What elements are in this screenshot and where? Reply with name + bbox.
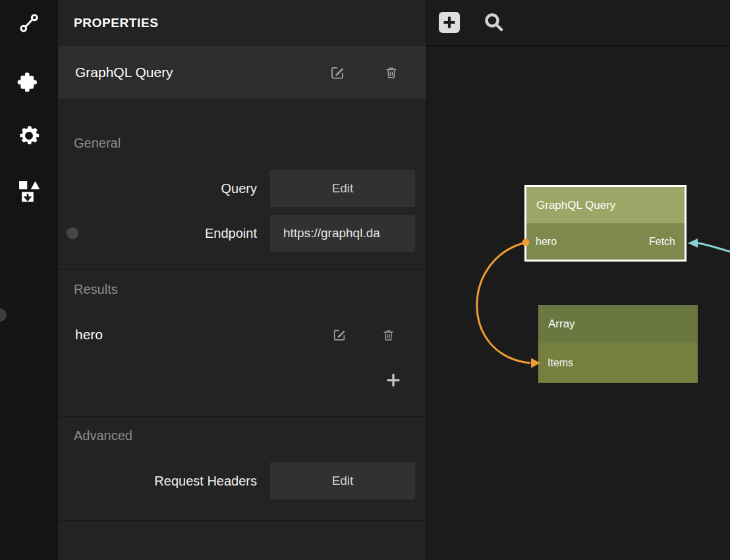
rename-node-edit-icon[interactable]	[329, 64, 346, 81]
section-divider	[58, 416, 427, 417]
result-edit-icon[interactable]	[331, 326, 348, 343]
result-item-name: hero	[75, 327, 331, 343]
node-graph-icon[interactable]	[0, 5, 58, 42]
port-fetch[interactable]: Fetch	[649, 236, 675, 248]
node-title: GraphQL Query	[526, 187, 685, 223]
node-title: Array	[538, 305, 698, 343]
properties-panel-title: PROPERTIES	[58, 0, 426, 46]
query-label: Query	[58, 170, 257, 207]
connection-wires	[427, 0, 730, 560]
section-divider	[58, 269, 427, 270]
add-node-icon[interactable]	[437, 11, 461, 34]
endpoint-field-row: Endpoint https://graphql.da	[58, 215, 427, 252]
canvas-node-graphql-query[interactable]: GraphQL Query hero Fetch	[524, 185, 687, 262]
port-hero[interactable]: hero	[536, 236, 557, 248]
result-item-row: hero	[58, 316, 427, 353]
panel-edge-handle[interactable]	[0, 308, 7, 322]
endpoint-label: Endpoint	[58, 215, 257, 252]
icon-sidebar	[0, 0, 58, 560]
result-trash-icon[interactable]	[379, 326, 397, 343]
port-items[interactable]: Items	[548, 357, 573, 369]
query-field-row: Query Edit	[58, 170, 427, 207]
search-icon[interactable]	[482, 11, 506, 34]
canvas-toolbar-divider	[427, 45, 730, 47]
endpoint-input[interactable]: https://graphql.da	[270, 215, 415, 252]
request-headers-row: Request Headers Edit	[58, 462, 427, 499]
node-canvas[interactable]: GraphQL Query hero Fetch Array Items	[427, 0, 730, 560]
request-headers-label: Request Headers	[58, 462, 257, 499]
gear-icon[interactable]	[0, 117, 58, 154]
components-icon[interactable]	[0, 173, 58, 210]
add-result-plus-icon[interactable]	[383, 370, 403, 390]
selected-node-title: GraphQL Query	[75, 65, 329, 80]
puzzle-icon[interactable]	[0, 63, 58, 100]
query-edit-button[interactable]: Edit	[270, 170, 415, 207]
request-headers-edit-button[interactable]: Edit	[270, 462, 415, 499]
advanced-section-label: Advanced	[74, 428, 132, 443]
selected-node-row: GraphQL Query	[58, 46, 426, 99]
general-section-label: General	[74, 136, 121, 151]
delete-node-trash-icon[interactable]	[383, 64, 400, 81]
canvas-node-array[interactable]: Array Items	[538, 305, 698, 383]
results-section-label: Results	[74, 282, 118, 297]
node-editor-app: PROPERTIES GraphQL Query General Query E…	[0, 0, 730, 560]
section-divider	[58, 520, 427, 521]
properties-panel: PROPERTIES GraphQL Query General Query E…	[58, 0, 427, 560]
